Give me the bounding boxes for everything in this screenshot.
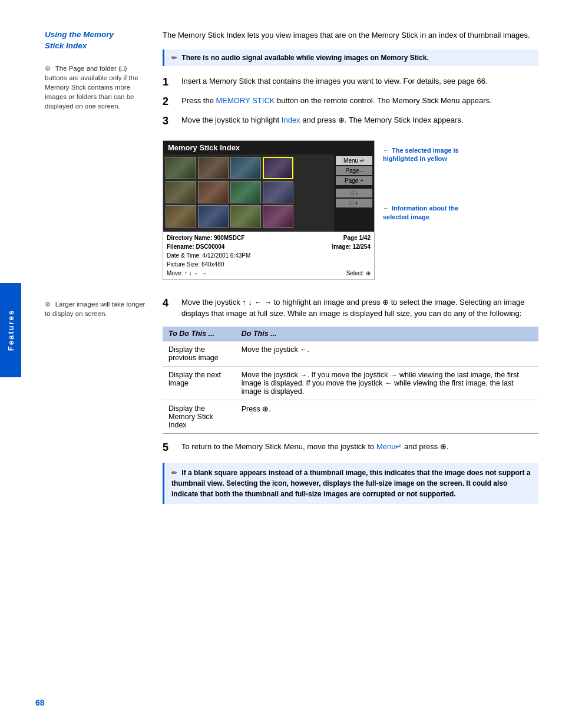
note-text-2: Larger images will take longer to displa… [45, 301, 145, 317]
step-1: 1 Insert a Memory Stick that contains th… [163, 75, 538, 89]
table-row2-col2: Move the joystick →. If you move the joy… [236, 366, 538, 400]
thumbnail-3 [230, 157, 261, 179]
thumbnail-7 [230, 181, 261, 203]
ms-directory: Directory Name: 900MSDCF [167, 233, 244, 242]
thumbnail-6 [198, 181, 229, 203]
ms-page: Page 1/42 [343, 233, 371, 242]
step-1-number: 1 [163, 75, 177, 89]
thumbnail-12 [263, 205, 293, 228]
thumbnail-4-selected [263, 157, 293, 179]
ms-filename: Filename: DSC00004 [167, 242, 224, 251]
diagram-area: Memory Stick Index [163, 134, 538, 288]
ms-menu-item-menu: Menu ↵ [336, 156, 372, 165]
ms-menu-item-page-minus: Page - [336, 166, 372, 175]
bottom-note-text: If a blank square appears instead of a t… [171, 469, 530, 498]
table-row3-col1: Display the Memory Stick Index [163, 400, 236, 433]
ms-menu-item-folder-minus: □ - [336, 189, 372, 197]
note-icon-2: ⚙ [45, 301, 51, 308]
table-row1-col2: Move the joystick ←. [236, 341, 538, 366]
ms-menu-item-page-plus: Page + [336, 176, 372, 185]
thumbnail-1 [166, 157, 196, 179]
section-title: Using the Memory Stick Index [45, 29, 151, 52]
ms-datetime: Date & Time: 4/12/2001 6:43PM [167, 251, 371, 260]
sidebar-tab-label: Features [6, 309, 15, 351]
table-row2-col1: Display the next image [163, 366, 236, 400]
step-5-content: To return to the Memory Stick Menu, move… [181, 441, 538, 453]
step-3-number: 3 [163, 114, 177, 128]
thumbnail-5 [166, 181, 196, 203]
step-4-content: Move the joystick ↑ ↓ ← → to highlight a… [181, 297, 538, 319]
thumb-row-2 [166, 181, 332, 203]
ms-info-row-2: Filename: DSC00004 Image: 12/254 [167, 242, 371, 251]
note-box-1: ⚙ The Page and folder (□) buttons are av… [45, 64, 151, 111]
audio-note-icon: ✏ [171, 54, 177, 61]
step-2-number: 2 [163, 95, 177, 108]
ms-select: Select: ⊕ [346, 269, 371, 278]
note-box-2: ⚙ Larger images will take longer to disp… [45, 299, 151, 318]
step-2-content: Press the MEMORY STICK button on the rem… [181, 95, 538, 107]
table-row1-col1: Display the previous image [163, 341, 236, 366]
page-number: 68 [35, 698, 45, 707]
audio-note: ✏ There is no audio signal available whi… [163, 50, 538, 66]
thumbnail-10 [198, 205, 229, 228]
main-content: Using the Memory Stick Index ⚙ The Page … [21, 0, 562, 728]
steps-container: 1 Insert a Memory Stick that contains th… [163, 75, 538, 129]
audio-note-text: There is no audio signal available while… [181, 54, 428, 62]
step-3: 3 Move the joystick to highlight Index a… [163, 114, 538, 128]
ms-menu-item-folder-plus: □ + [336, 199, 372, 207]
step-5-number: 5 [163, 441, 177, 454]
thumb-row-1 [166, 157, 332, 179]
diagram-annotations: The selected image is highlighted in yel… [383, 134, 459, 221]
step-3-blue: Index [282, 116, 300, 124]
ms-menu: Menu ↵ Page - Page + □ - □ + [334, 154, 374, 232]
ms-index-header: Memory Stick Index [163, 141, 374, 154]
page-container: Features Using the Memory Stick Index ⚙ … [0, 0, 562, 728]
thumbnail-8 [263, 181, 293, 203]
annotation-yellow: The selected image is highlighted in yel… [383, 146, 459, 163]
table-row-3: Display the Memory Stick Index Press ⊕. [163, 400, 538, 433]
ms-info-row-nav: Move: ↑ ↓ ← → Select: ⊕ [167, 269, 371, 278]
step-4: 4 Move the joystick ↑ ↓ ← → to highlight… [163, 297, 538, 319]
step-3-content: Move the joystick to highlight Index and… [181, 114, 538, 126]
ms-thumbnails [163, 154, 334, 232]
table-col1-header: To Do This ... [163, 327, 236, 341]
table-row-1: Display the previous image Move the joys… [163, 341, 538, 366]
table-row-2: Display the next image Move the joystick… [163, 366, 538, 400]
ms-index-diagram: Memory Stick Index [163, 140, 375, 280]
ms-info-row-1: Directory Name: 900MSDCF Page 1/42 [167, 233, 371, 242]
ms-index-body: Menu ↵ Page - Page + □ - □ + [163, 154, 374, 232]
ms-picturesize: Picture Size: 640x480 [167, 260, 371, 269]
thumb-row-3 [166, 205, 332, 228]
bottom-note: ✏ If a blank square appears instead of a… [163, 463, 538, 504]
intro-text: The Memory Stick Index lets you view ima… [163, 29, 538, 41]
left-column: Using the Memory Stick Index ⚙ The Page … [45, 29, 163, 704]
step-5-blue: Menu↵ [376, 442, 402, 451]
thumbnail-9 [166, 205, 196, 228]
step-1-content: Insert a Memory Stick that contains the … [181, 75, 538, 87]
note-icon-1: ⚙ [45, 65, 51, 73]
bottom-note-icon: ✏ [171, 469, 177, 476]
note-text-1: The Page and folder (□) buttons are avai… [45, 65, 138, 110]
step-2-blue: MEMORY STICK [216, 96, 275, 105]
step-2: 2 Press the MEMORY STICK button on the r… [163, 95, 538, 108]
annotation-info: Information about the selected image [383, 204, 459, 221]
ms-move: Move: ↑ ↓ ← → [167, 269, 207, 278]
step-4-number: 4 [163, 297, 177, 310]
ms-image: Image: 12/254 [332, 242, 371, 251]
ms-folder-icons: □ - □ + [336, 189, 372, 207]
right-column: The Memory Stick Index lets you view ima… [163, 29, 538, 704]
step-5: 5 To return to the Memory Stick Menu, mo… [163, 441, 538, 454]
ms-info-bar: Directory Name: 900MSDCF Page 1/42 Filen… [163, 232, 374, 279]
instruction-table: To Do This ... Do This ... Display the p… [163, 327, 538, 434]
sidebar-tab: Features [0, 283, 21, 377]
table-col2-header: Do This ... [236, 327, 538, 341]
table-row3-col2: Press ⊕. [236, 400, 538, 433]
thumbnail-11 [230, 205, 261, 228]
thumbnail-2 [198, 157, 229, 179]
